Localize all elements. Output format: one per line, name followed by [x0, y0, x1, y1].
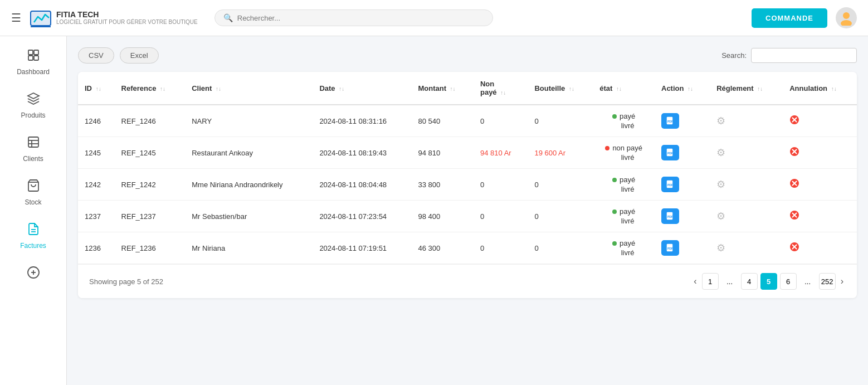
cell-reference: REF_1245 [115, 137, 186, 169]
cell-etat: payé livré [593, 169, 655, 201]
sidebar-item-add[interactable] [0, 259, 66, 289]
next-page-button[interactable]: › [838, 274, 846, 289]
sidebar-item-factures[interactable]: Factures [0, 216, 66, 256]
reglement-gear-button[interactable]: ⚙ [716, 178, 725, 191]
col-reference[interactable]: Reference ↑↓ [115, 72, 186, 105]
col-montant[interactable]: Montant ↑↓ [411, 72, 474, 105]
sidebar-item-produits[interactable]: Produits [0, 85, 66, 126]
hamburger-icon[interactable]: ☰ [11, 11, 21, 25]
pdf-icon: PDF [666, 212, 675, 221]
search-input[interactable] [237, 14, 484, 22]
svg-text:PDF: PDF [667, 183, 673, 187]
cell-bouteille: 0 [528, 169, 593, 201]
sidebar-item-clients[interactable]: Clients [0, 129, 66, 169]
cell-reference: REF_1237 [115, 201, 186, 232]
page-1-button[interactable]: 1 [702, 273, 719, 290]
cell-date: 2024-08-11 07:19:51 [313, 232, 411, 264]
cell-non-paye: 0 [474, 105, 528, 137]
page-6-button[interactable]: 6 [780, 273, 797, 290]
page-4-button[interactable]: 4 [741, 273, 758, 290]
svg-point-4 [841, 20, 852, 26]
col-annulation[interactable]: Annulation ↑↓ [783, 72, 857, 105]
cancel-button[interactable] [789, 178, 799, 191]
logo: FITIA TECH LOGICIEL GRATUIT POUR GÉRER V… [30, 7, 198, 29]
svg-rect-8 [34, 56, 38, 60]
cell-montant: 33 800 [411, 169, 474, 201]
cell-action: PDF [655, 169, 710, 201]
sidebar-label-clients: Clients [23, 155, 43, 163]
avatar [836, 7, 857, 28]
sidebar-item-stock[interactable]: Stock [0, 172, 66, 213]
cell-id: 1242 [78, 169, 115, 201]
csv-button[interactable]: CSV [78, 47, 114, 64]
pdf-button[interactable]: PDF [661, 177, 679, 192]
cell-bouteille: 19 600 Ar [528, 137, 593, 169]
col-reglement[interactable]: Réglement ↑↓ [710, 72, 783, 105]
cell-annulation [783, 169, 857, 201]
prev-page-button[interactable]: ‹ [691, 274, 699, 289]
pdf-icon: PDF [666, 180, 675, 189]
cell-date: 2024-08-11 08:19:43 [313, 137, 411, 169]
svg-text:PDF: PDF [667, 215, 673, 218]
col-non-paye[interactable]: Nonpayé ↑↓ [474, 72, 528, 105]
col-action[interactable]: Action ↑↓ [655, 72, 710, 105]
sidebar-label-produits: Produits [21, 111, 45, 119]
table-row: 1237 REF_1237 Mr Sebastien/bar 2024-08-1… [78, 201, 857, 232]
cell-non-paye: 0 [474, 169, 528, 201]
cancel-button[interactable] [789, 115, 799, 128]
cell-id: 1246 [78, 105, 115, 137]
table-row: 1245 REF_1245 Restaurant Ankoay 2024-08-… [78, 137, 857, 169]
col-id[interactable]: ID ↑↓ [78, 72, 115, 105]
cell-reglement: ⚙ [710, 201, 783, 232]
cell-client: Mr Niriana [185, 232, 313, 264]
pdf-button[interactable]: PDF [661, 145, 679, 160]
cell-bouteille: 0 [528, 232, 593, 264]
cancel-button[interactable] [789, 210, 799, 223]
pdf-icon: PDF [666, 243, 675, 252]
pdf-icon: PDF [666, 116, 675, 125]
commande-button[interactable]: COMMANDE [752, 8, 827, 28]
cell-bouteille: 0 [528, 105, 593, 137]
page-252-button[interactable]: 252 [819, 273, 836, 290]
cell-reglement: ⚙ [710, 232, 783, 264]
svg-text:PDF: PDF [667, 152, 673, 155]
cell-client: Mr Sebastien/bar [185, 201, 313, 232]
pagination-bar: Showing page 5 of 252 ‹ 1 ... 4 5 6 ... … [78, 264, 857, 298]
search-icon: 🔍 [223, 13, 233, 22]
search-label: Search: [721, 51, 747, 60]
cell-action: PDF [655, 201, 710, 232]
orders-table-container: ID ↑↓ Reference ↑↓ Client ↑↓ Date ↑↓ Mon… [78, 72, 857, 298]
reglement-gear-button[interactable]: ⚙ [716, 147, 725, 159]
cell-etat: non payé livré [593, 137, 655, 169]
cell-client: Restaurant Ankoay [185, 137, 313, 169]
search-bar[interactable]: 🔍 [214, 9, 493, 26]
table-row: 1246 REF_1246 NARY 2024-08-11 08:31:16 8… [78, 105, 857, 137]
cell-action: PDF [655, 105, 710, 137]
col-client[interactable]: Client ↑↓ [185, 72, 313, 105]
cancel-button[interactable] [789, 147, 799, 159]
pdf-button[interactable]: PDF [661, 113, 679, 129]
reglement-gear-button[interactable]: ⚙ [716, 242, 725, 254]
dashboard-icon [27, 48, 40, 65]
col-etat[interactable]: état ↑↓ [593, 72, 655, 105]
svg-text:PDF: PDF [667, 120, 673, 123]
table-row: 1242 REF_1242 Mme Niriana Andraondrikely… [78, 169, 857, 201]
cell-etat: payé livré [593, 105, 655, 137]
stock-icon [27, 179, 40, 196]
cell-annulation [783, 137, 857, 169]
cancel-button[interactable] [789, 242, 799, 255]
page-5-button[interactable]: 5 [760, 273, 777, 290]
pdf-button[interactable]: PDF [661, 208, 679, 224]
col-date[interactable]: Date ↑↓ [313, 72, 411, 105]
cell-id: 1245 [78, 137, 115, 169]
orders-table: ID ↑↓ Reference ↑↓ Client ↑↓ Date ↑↓ Mon… [78, 72, 857, 264]
sidebar-item-dashboard[interactable]: Dashboard [0, 42, 66, 82]
reglement-gear-button[interactable]: ⚙ [716, 210, 725, 222]
reglement-gear-button[interactable]: ⚙ [716, 115, 725, 127]
col-bouteille[interactable]: Bouteille ↑↓ [528, 72, 593, 105]
table-search-input[interactable] [751, 48, 857, 63]
excel-button[interactable]: Excel [120, 47, 159, 64]
pdf-button[interactable]: PDF [661, 240, 679, 256]
factures-icon [27, 222, 40, 239]
cell-bouteille: 0 [528, 201, 593, 232]
